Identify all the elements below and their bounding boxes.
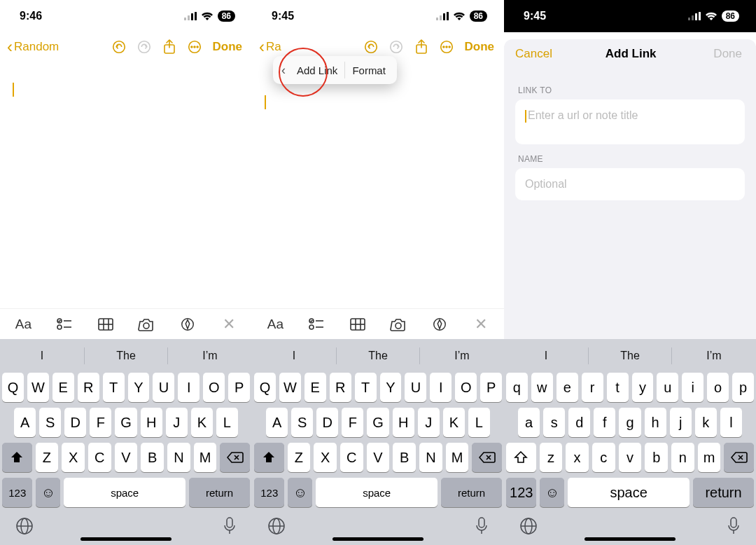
- suggestion-2[interactable]: The: [84, 342, 168, 370]
- key-m[interactable]: M: [446, 443, 469, 472]
- key-p[interactable]: p: [732, 373, 754, 402]
- mic-icon[interactable]: [223, 517, 237, 538]
- key-x[interactable]: x: [566, 443, 589, 472]
- key-n[interactable]: N: [419, 443, 442, 472]
- key-n[interactable]: N: [167, 443, 190, 472]
- key-r[interactable]: R: [330, 373, 351, 402]
- emoji-key[interactable]: ☺: [36, 478, 60, 507]
- key-d[interactable]: D: [316, 408, 338, 437]
- checklist-button[interactable]: [302, 312, 331, 337]
- key-j[interactable]: J: [418, 408, 440, 437]
- text-style-button[interactable]: Aa: [8, 312, 38, 337]
- numbers-key[interactable]: 123: [2, 478, 32, 507]
- key-q[interactable]: Q: [254, 373, 276, 402]
- key-e[interactable]: e: [556, 373, 578, 402]
- text-style-button[interactable]: Aa: [260, 312, 290, 337]
- mic-icon[interactable]: [475, 517, 489, 538]
- key-x[interactable]: X: [62, 443, 85, 472]
- key-z[interactable]: Z: [288, 443, 311, 472]
- share-button[interactable]: [410, 36, 433, 58]
- key-u[interactable]: U: [153, 373, 174, 402]
- key-y[interactable]: Y: [128, 373, 150, 402]
- camera-button[interactable]: [132, 312, 161, 337]
- key-u[interactable]: U: [405, 373, 426, 402]
- suggestion-2[interactable]: The: [588, 342, 672, 370]
- key-p[interactable]: P: [228, 373, 250, 402]
- key-q[interactable]: q: [506, 373, 528, 402]
- key-b[interactable]: b: [645, 443, 668, 472]
- key-t[interactable]: t: [607, 373, 629, 402]
- key-e[interactable]: E: [304, 373, 326, 402]
- key-t[interactable]: T: [103, 373, 125, 402]
- key-v[interactable]: V: [115, 443, 138, 472]
- key-i[interactable]: i: [682, 373, 704, 402]
- done-button[interactable]: Done: [213, 40, 243, 54]
- key-k[interactable]: K: [443, 408, 465, 437]
- camera-button[interactable]: [384, 312, 413, 337]
- key-s[interactable]: s: [543, 408, 565, 437]
- key-n[interactable]: n: [671, 443, 694, 472]
- key-v[interactable]: V: [367, 443, 390, 472]
- shift-key[interactable]: [254, 443, 284, 472]
- key-c[interactable]: C: [88, 443, 111, 472]
- key-c[interactable]: C: [340, 443, 363, 472]
- share-button[interactable]: [158, 36, 181, 58]
- numbers-key[interactable]: 123: [254, 478, 284, 507]
- key-q[interactable]: Q: [2, 373, 24, 402]
- done-button[interactable]: Done: [465, 40, 495, 54]
- backspace-key[interactable]: [472, 443, 502, 472]
- key-e[interactable]: E: [52, 373, 74, 402]
- suggestion-3[interactable]: I’m: [168, 342, 252, 370]
- table-button[interactable]: [91, 312, 120, 337]
- key-b[interactable]: B: [141, 443, 164, 472]
- key-a[interactable]: A: [14, 408, 36, 437]
- key-p[interactable]: P: [480, 373, 502, 402]
- key-w[interactable]: w: [531, 373, 553, 402]
- key-z[interactable]: z: [540, 443, 563, 472]
- key-i[interactable]: I: [178, 373, 200, 402]
- key-i[interactable]: I: [430, 373, 451, 402]
- key-d[interactable]: d: [568, 408, 590, 437]
- numbers-key[interactable]: 123: [506, 478, 536, 507]
- key-a[interactable]: A: [266, 408, 288, 437]
- key-j[interactable]: j: [670, 408, 692, 437]
- key-s[interactable]: S: [39, 408, 61, 437]
- key-h[interactable]: H: [141, 408, 162, 437]
- suggestion-1[interactable]: I: [504, 342, 588, 370]
- more-button[interactable]: [435, 36, 458, 58]
- note-editor[interactable]: [252, 62, 504, 308]
- suggestion-3[interactable]: I’m: [672, 342, 756, 370]
- menu-back-icon[interactable]: ‹: [277, 63, 290, 78]
- key-f[interactable]: F: [342, 408, 363, 437]
- key-f[interactable]: f: [594, 408, 615, 437]
- linkto-field[interactable]: Enter a url or note title: [515, 99, 745, 144]
- key-y[interactable]: Y: [380, 373, 402, 402]
- key-h[interactable]: h: [645, 408, 666, 437]
- markup-button[interactable]: [425, 312, 454, 337]
- backspace-key[interactable]: [724, 443, 754, 472]
- space-key[interactable]: space: [316, 478, 438, 507]
- emoji-key[interactable]: ☺: [540, 478, 564, 507]
- space-key[interactable]: space: [568, 478, 690, 507]
- key-f[interactable]: F: [90, 408, 111, 437]
- key-m[interactable]: m: [698, 443, 721, 472]
- menu-add-link[interactable]: Add Link: [290, 64, 344, 76]
- suggestion-3[interactable]: I’m: [420, 342, 504, 370]
- suggestion-2[interactable]: The: [336, 342, 420, 370]
- key-g[interactable]: G: [367, 408, 388, 437]
- key-y[interactable]: y: [632, 373, 654, 402]
- key-u[interactable]: u: [657, 373, 678, 402]
- key-d[interactable]: D: [64, 408, 86, 437]
- key-o[interactable]: O: [203, 373, 225, 402]
- backspace-key[interactable]: [220, 443, 250, 472]
- key-o[interactable]: o: [707, 373, 729, 402]
- key-x[interactable]: X: [314, 443, 337, 472]
- shift-key[interactable]: [2, 443, 32, 472]
- key-w[interactable]: W: [279, 373, 301, 402]
- key-k[interactable]: k: [695, 408, 717, 437]
- shift-key[interactable]: [506, 443, 536, 472]
- markup-button[interactable]: [173, 312, 202, 337]
- key-v[interactable]: v: [619, 443, 642, 472]
- back-button[interactable]: ‹ Random: [7, 39, 59, 55]
- key-r[interactable]: r: [582, 373, 603, 402]
